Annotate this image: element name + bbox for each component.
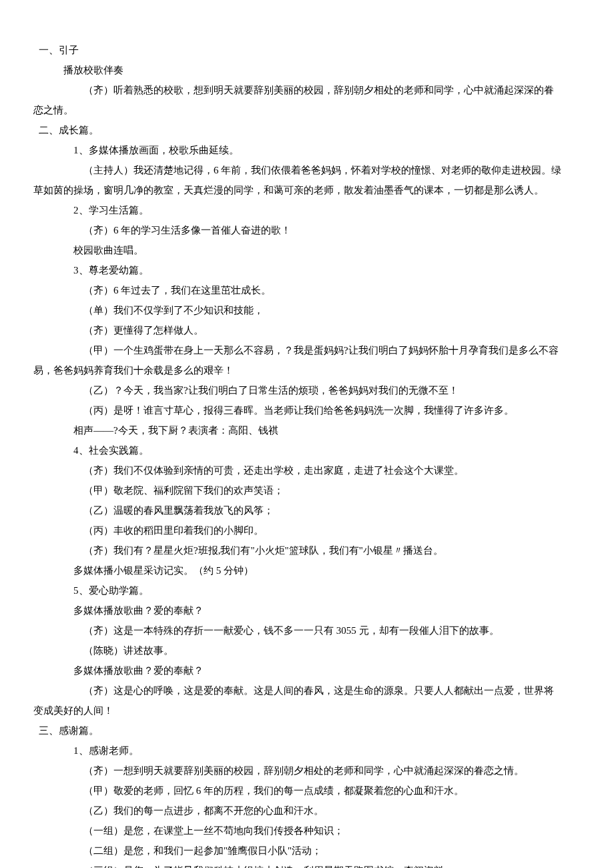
text-line: 校园歌曲连唱。 xyxy=(33,240,581,260)
text-line: （乙）？今天，我当家?让我们明白了日常生活的烦琐，爸爸妈妈对我们的无微不至！ xyxy=(33,380,581,400)
text-line: 易，爸爸妈妈养育我们十余载是多么的艰辛！ xyxy=(33,360,581,380)
text-line: （齐）这是一本特殊的存折一一献爱心，钱不多一一只有 3055 元，却有一段催人泪… xyxy=(33,620,581,640)
subsection-heading: 3、尊老爱幼篇。 xyxy=(33,260,581,280)
text-line: （齐）一想到明天就要辞别美丽的校园，辞别朝夕相处的老师和同学，心中就涌起深深的眷… xyxy=(33,761,581,781)
text-line: （三组）是您，为了指导我们科技小组搞小创造，利用星期天跑图书馆，查阅资料 xyxy=(33,861,581,868)
text-line: （甲）敬爱的老师，回忆 6 年的历程，我们的每一点成绩，都凝聚着您的心血和汗水。 xyxy=(33,781,581,801)
text-line: （一组）是您，在课堂上一丝不苟地向我们传授各种知识； xyxy=(33,821,581,841)
text-line: （乙）我们的每一点进步，都离不开您的心血和汗水。 xyxy=(33,801,581,821)
subsection-heading: 1、感谢老师。 xyxy=(33,741,581,761)
text-line: 多媒体播小银星采访记实。（约 5 分钟） xyxy=(33,560,581,580)
text-line: （丙）是呀！谁言寸草心，报得三春晖。当老师让我们给爸爸妈妈洗一次脚，我懂得了许多… xyxy=(33,400,581,420)
text-line: （齐）听着熟悉的校歌，想到明天就要辞别美丽的校园，辞别朝夕相处的老师和同学，心中… xyxy=(33,80,581,100)
text-line: （齐）6 年的学习生活多像一首催人奋进的歌！ xyxy=(33,220,581,240)
text-line: （丙）丰收的稻田里印着我们的小脚印。 xyxy=(33,520,581,540)
text-line: 草如茵的操场，窗明几净的教室，天真烂漫的同学，和蔼可亲的老师，散发着油墨香气的课… xyxy=(33,180,581,200)
text-line: 变成美好的人间！ xyxy=(33,701,581,721)
text-line: （乙）温暖的春风里飘荡着我放飞的风筝； xyxy=(33,500,581,520)
text-line: （陈晓）讲述故事。 xyxy=(33,640,581,661)
text-line: （二组）是您，和我们一起参加"雏鹰假日小队"活动； xyxy=(33,841,581,861)
subsection-heading: 1、多媒体播放画面，校歌乐曲延续。 xyxy=(33,140,581,160)
text-line: 播放校歌伴奏 xyxy=(33,60,581,80)
text-line: （齐）更懂得了怎样做人。 xyxy=(33,320,581,340)
text-line: 多媒体播放歌曲？爱的奉献？ xyxy=(33,661,581,681)
section-1-heading: 一、引子 xyxy=(33,40,581,60)
text-line: （齐）6 年过去了，我们在这里茁壮成长。 xyxy=(33,280,581,300)
text-line: 恋之情。 xyxy=(33,100,581,120)
text-line: （齐）我们不仅体验到亲情的可贵，还走出学校，走出家庭，走进了社会这个大课堂。 xyxy=(33,460,581,480)
text-line: （甲）敬老院、福利院留下我们的欢声笑语； xyxy=(33,480,581,500)
text-line: （主持人）我还清楚地记得，6 年前，我们依偎着爸爸妈妈，怀着对学校的憧憬、对老师… xyxy=(33,160,581,180)
subsection-heading: 5、爱心助学篇。 xyxy=(33,580,581,600)
text-line: 多媒体播放歌曲？爱的奉献？ xyxy=(33,600,581,620)
text-line: （单）我们不仅学到了不少知识和技能， xyxy=(33,300,581,320)
section-3-heading: 三、感谢篇。 xyxy=(33,721,581,741)
section-2-heading: 二、成长篇。 xyxy=(33,120,581,140)
subsection-heading: 2、学习生活篇。 xyxy=(33,200,581,220)
text-line: （齐）我们有？星星火炬?班报,我们有"小火炬"篮球队，我们有"小银星〃播送台。 xyxy=(33,540,581,560)
text-line: （齐）这是心的呼唤，这是爱的奉献。这是人间的春风，这是生命的源泉。只要人人都献出… xyxy=(33,681,581,701)
text-line: 相声——?今天，我下厨？表演者：高阳、钱祺 xyxy=(33,420,581,440)
text-line: （甲）一个生鸡蛋带在身上一天那么不容易，？我是蛋妈妈?让我们明白了妈妈怀胎十月孕… xyxy=(33,340,581,360)
subsection-heading: 4、社会实践篇。 xyxy=(33,440,581,460)
